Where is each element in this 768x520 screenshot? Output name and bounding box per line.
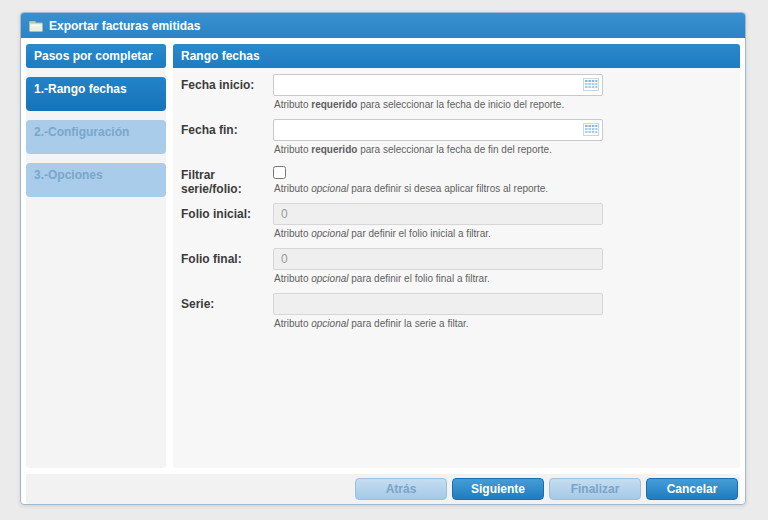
wizard-footer: Atrás Siguiente Finalizar Cancelar [26,474,740,504]
steps-header: Pasos por completar [26,44,166,68]
cancelar-button[interactable]: Cancelar [646,478,738,500]
field-serie: Serie: Atributo opcional para definir la… [181,293,730,334]
filtrar-serie-folio-label: Filtrar serie/folio: [181,164,273,199]
atras-button: Atrás [355,478,447,500]
field-fecha-fin: Fecha fin: [181,119,730,160]
serie-input [273,293,603,315]
dialog-title: Exportar facturas emitidas [49,19,200,33]
finalizar-button: Finalizar [549,478,641,500]
fecha-inicio-input[interactable] [273,74,603,96]
serie-help: Atributo opcional para definir la serie … [274,318,603,329]
step-configuracion: 2.-Configuración [26,120,166,154]
folio-inicial-help: Atributo opcional par definir el folio i… [274,228,603,239]
fecha-fin-input[interactable] [273,119,603,141]
field-folio-final: Folio final: Atributo opcional para defi… [181,248,730,289]
export-dialog: Exportar facturas emitidas Pasos por com… [20,12,746,505]
filtrar-serie-folio-help: Atributo opcional para definir si desea … [274,183,548,194]
dialog-titlebar: Exportar facturas emitidas [21,13,745,38]
folio-inicial-input [273,203,603,225]
fecha-inicio-label: Fecha inicio: [181,74,273,115]
folio-final-input [273,248,603,270]
step-rango-fechas[interactable]: 1.-Rango fechas [26,77,166,111]
siguiente-button[interactable]: Siguiente [452,478,544,500]
fecha-fin-label: Fecha fin: [181,119,273,160]
date-range-form: Fecha inicio: [173,68,740,334]
serie-label: Serie: [181,293,273,334]
main-panel: Rango fechas Fecha inicio: [173,44,740,468]
folio-inicial-label: Folio inicial: [181,203,273,244]
steps-sidebar: Pasos por completar 1.-Rango fechas 2.-C… [26,44,166,468]
fecha-inicio-help: Atributo requerido para seleccionar la f… [274,99,603,110]
field-filtrar-serie-folio: Filtrar serie/folio: Atributo opcional p… [181,164,730,199]
fecha-fin-help: Atributo requerido para seleccionar la f… [274,144,603,155]
calendar-icon[interactable] [583,78,599,91]
field-fecha-inicio: Fecha inicio: [181,74,730,115]
filtrar-serie-folio-checkbox[interactable] [273,166,286,179]
folder-icon [29,20,43,32]
panel-header: Rango fechas [173,44,740,68]
step-opciones: 3.-Opciones [26,163,166,197]
calendar-icon[interactable] [583,123,599,136]
folio-final-help: Atributo opcional para definir el folio … [274,273,603,284]
field-folio-inicial: Folio inicial: Atributo opcional par def… [181,203,730,244]
folio-final-label: Folio final: [181,248,273,289]
